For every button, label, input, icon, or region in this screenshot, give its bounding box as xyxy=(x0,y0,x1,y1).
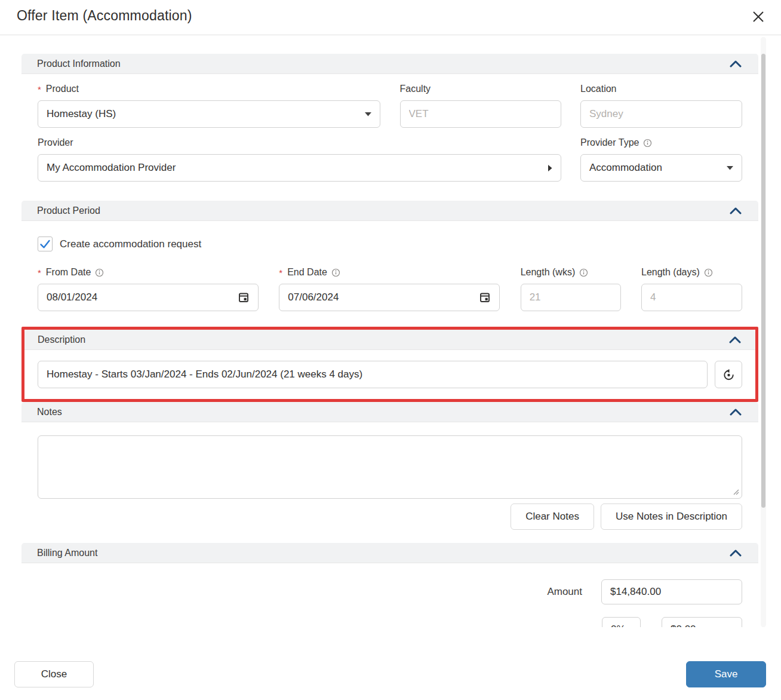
length-days-input xyxy=(641,284,742,311)
product-field: *Product Homestay (HS) xyxy=(38,84,380,128)
location-field: Location xyxy=(580,84,742,128)
from-date-value[interactable] xyxy=(47,291,233,303)
collapse-notes-button[interactable] xyxy=(728,406,743,418)
create-accommodation-request-label: Create accommodation request xyxy=(60,238,201,250)
chevron-down-icon xyxy=(727,166,733,170)
chevron-up-icon xyxy=(730,60,742,67)
info-icon xyxy=(331,268,340,277)
provider-type-select[interactable]: Accommodation xyxy=(580,154,742,182)
product-label: Product xyxy=(46,84,79,94)
length-days-value xyxy=(650,291,733,303)
calendar-icon xyxy=(238,291,250,303)
percent-value[interactable] xyxy=(611,624,632,627)
from-date-label: From Date xyxy=(46,267,91,278)
amount-value[interactable] xyxy=(610,586,733,598)
faculty-field: Faculty xyxy=(400,84,561,128)
provider-type-field: Provider Type Accommodation xyxy=(580,137,742,182)
faculty-input xyxy=(400,100,561,128)
info-icon xyxy=(579,268,588,277)
product-select[interactable]: Homestay (HS) xyxy=(38,100,380,128)
section-header-product-information: Product Information xyxy=(21,54,758,74)
section-notes: Notes Clear Notes Use Notes in Descripti… xyxy=(21,402,758,543)
chevron-right-icon xyxy=(548,165,552,171)
length-wks-label: Length (wks) xyxy=(521,267,576,278)
description-highlight-annotation: Description xyxy=(21,327,758,402)
provider-type-label: Provider Type xyxy=(580,137,639,148)
amount-label: Amount xyxy=(547,586,582,598)
provider-field: Provider My Accommodation Provider xyxy=(38,137,561,182)
create-accommodation-request-checkbox[interactable] xyxy=(38,237,53,251)
secondary-amount-value[interactable] xyxy=(671,624,733,627)
section-header-billing-amount: Billing Amount xyxy=(21,543,758,563)
provider-value: My Accommodation Provider xyxy=(47,162,543,174)
faculty-value xyxy=(409,108,552,120)
section-product-information: Product Information *Product Homestay (H… xyxy=(21,54,758,201)
section-header-notes: Notes xyxy=(21,402,758,422)
section-header-product-period: Product Period xyxy=(21,201,758,221)
info-icon xyxy=(95,268,104,277)
secondary-amount-input[interactable] xyxy=(662,617,742,627)
close-icon xyxy=(752,10,765,23)
required-marker: * xyxy=(38,268,41,278)
length-days-field: Length (days) xyxy=(641,267,742,311)
amount-input[interactable] xyxy=(601,579,742,604)
save-button[interactable]: Save xyxy=(686,661,766,687)
collapse-product-information-button[interactable] xyxy=(728,58,743,70)
close-dialog-button[interactable] xyxy=(749,7,768,26)
end-date-calendar-button[interactable] xyxy=(479,291,491,303)
from-date-input[interactable] xyxy=(38,284,259,311)
reset-icon xyxy=(722,368,736,382)
end-date-value[interactable] xyxy=(288,291,474,303)
percent-input[interactable] xyxy=(602,617,641,627)
notes-textarea[interactable] xyxy=(38,435,742,499)
location-input xyxy=(580,100,742,128)
clear-notes-button[interactable]: Clear Notes xyxy=(511,503,594,530)
section-title: Product Information xyxy=(37,59,121,69)
chevron-down-icon xyxy=(365,112,371,116)
collapse-billing-amount-button[interactable] xyxy=(728,547,743,559)
length-days-label: Length (days) xyxy=(641,267,700,278)
dialog-title: Offer Item (Accommodation) xyxy=(17,8,192,24)
scrollbar-thumb[interactable] xyxy=(761,54,765,508)
collapse-product-period-button[interactable] xyxy=(728,205,743,217)
length-wks-input xyxy=(521,284,621,311)
section-description: Description xyxy=(24,330,755,399)
dialog-header: Offer Item (Accommodation) xyxy=(0,0,781,35)
description-value[interactable] xyxy=(47,369,699,380)
required-marker: * xyxy=(279,268,282,278)
end-date-input[interactable] xyxy=(279,284,500,311)
info-icon xyxy=(643,139,652,148)
from-date-calendar-button[interactable] xyxy=(238,291,250,303)
section-title: Billing Amount xyxy=(37,548,97,558)
info-icon xyxy=(704,268,713,277)
regenerate-description-button[interactable] xyxy=(715,361,742,388)
collapse-description-button[interactable] xyxy=(728,334,742,346)
length-wks-value xyxy=(530,291,612,303)
chevron-up-icon xyxy=(730,409,742,416)
chevron-up-icon xyxy=(730,207,742,214)
section-product-period: Product Period Create accommodation requ… xyxy=(21,201,758,327)
from-date-field: * From Date xyxy=(38,267,259,311)
provider-label: Provider xyxy=(38,137,561,148)
section-title: Description xyxy=(38,334,85,345)
provider-type-value: Accommodation xyxy=(589,162,722,174)
chevron-up-icon xyxy=(730,549,742,557)
required-marker: * xyxy=(38,84,41,94)
section-billing-amount: Billing Amount Amount xyxy=(21,543,758,627)
scrollbar-track xyxy=(761,37,766,627)
section-header-description: Description xyxy=(24,330,755,350)
use-notes-in-description-button[interactable]: Use Notes in Description xyxy=(601,503,742,530)
length-wks-field: Length (wks) xyxy=(521,267,621,311)
end-date-field: * End Date xyxy=(279,267,500,311)
location-value xyxy=(589,108,733,120)
checkmark-icon xyxy=(39,239,51,249)
provider-lookup[interactable]: My Accommodation Provider xyxy=(38,154,561,182)
location-label: Location xyxy=(580,84,742,94)
close-button[interactable]: Close xyxy=(14,661,94,687)
end-date-label: End Date xyxy=(287,267,327,278)
chevron-up-icon xyxy=(729,336,741,343)
section-title: Notes xyxy=(37,407,62,417)
section-title: Product Period xyxy=(37,205,100,216)
description-input[interactable] xyxy=(38,361,708,388)
calendar-icon xyxy=(479,291,491,303)
